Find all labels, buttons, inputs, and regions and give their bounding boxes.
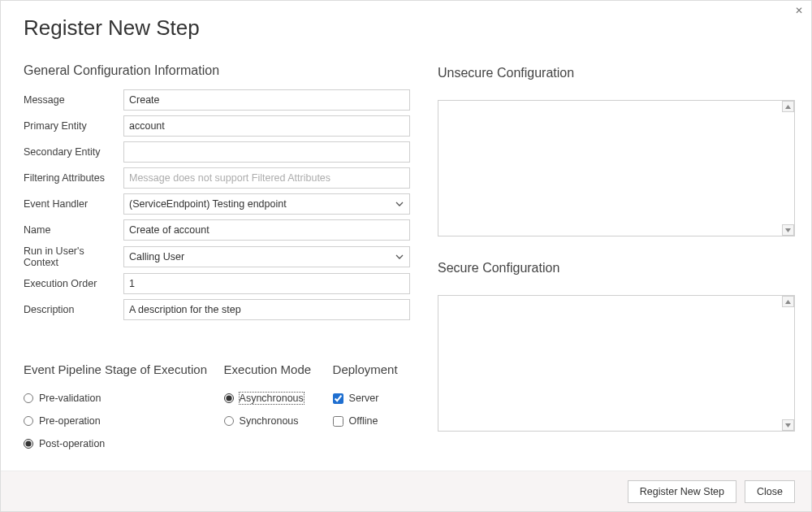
pre-validation-radio[interactable]	[24, 393, 33, 403]
primary-entity-label: Primary Entity	[24, 120, 123, 132]
pre-validation-option[interactable]: Pre-validation	[24, 393, 216, 404]
message-label: Message	[24, 94, 123, 106]
post-operation-label: Post-operation	[39, 438, 105, 449]
dialog-footer: Register New Step Close	[1, 471, 811, 511]
spinner-down-icon[interactable]	[782, 224, 794, 236]
primary-entity-input[interactable]	[123, 115, 410, 137]
secure-config-title: Secure Configuration	[438, 261, 795, 276]
execution-order-label: Execution Order	[24, 278, 123, 289]
offline-label: Offline	[349, 415, 378, 427]
post-operation-radio[interactable]	[24, 439, 33, 449]
name-label: Name	[24, 224, 123, 236]
right-column: Unsecure Configuration Secure Configurat…	[438, 15, 795, 471]
synchronous-label: Synchronous	[240, 415, 299, 427]
run-context-select[interactable]: Calling User	[123, 246, 410, 267]
description-label: Description	[24, 304, 123, 315]
event-handler-row: Event Handler (ServiceEndpoint) Testing …	[24, 193, 410, 215]
filtering-attributes-label: Filtering Attributes	[24, 172, 123, 184]
pipeline-stage-group: Event Pipeline Stage of Execution Pre-va…	[24, 362, 216, 461]
pre-operation-radio[interactable]	[24, 416, 33, 426]
pre-operation-option[interactable]: Pre-operation	[24, 415, 216, 427]
deployment-group: Deployment Server Offline	[333, 362, 410, 461]
name-row: Name	[24, 219, 410, 241]
filtering-attributes-input	[123, 167, 410, 189]
content-area: Register New Step General Configuration …	[24, 15, 795, 471]
secure-config-wrap	[438, 295, 795, 432]
unsecure-config-title: Unsecure Configuration	[438, 66, 795, 80]
filtering-attributes-row: Filtering Attributes	[24, 167, 410, 189]
register-step-window: ✕ Register New Step General Configuratio…	[0, 0, 812, 512]
unsecure-config-textarea[interactable]	[438, 101, 781, 236]
primary-entity-row: Primary Entity	[24, 115, 410, 137]
unsecure-config-wrap	[438, 100, 795, 236]
offline-option[interactable]: Offline	[333, 415, 410, 427]
spinner-up-icon[interactable]	[782, 296, 794, 307]
close-button[interactable]: Close	[745, 480, 795, 503]
pipeline-stage-title: Event Pipeline Stage of Execution	[24, 362, 216, 376]
asynchronous-radio[interactable]	[224, 393, 234, 403]
execution-order-row: Execution Order	[24, 273, 410, 294]
dialog-title: Register New Step	[24, 15, 410, 41]
execution-order-input[interactable]	[123, 273, 410, 294]
general-config-title: General Configuration Information	[24, 63, 410, 78]
secondary-entity-row: Secondary Entity	[24, 141, 410, 163]
close-icon[interactable]: ✕	[795, 6, 803, 15]
left-column: Register New Step General Configuration …	[24, 15, 410, 471]
pre-validation-label: Pre-validation	[39, 393, 101, 404]
message-row: Message	[24, 89, 410, 111]
deployment-title: Deployment	[333, 362, 410, 376]
event-handler-select[interactable]: (ServiceEndpoint) Testing endpoint	[123, 193, 410, 215]
pre-operation-label: Pre-operation	[39, 415, 101, 427]
server-label: Server	[349, 393, 379, 404]
name-input[interactable]	[123, 219, 410, 241]
secure-config-textarea[interactable]	[438, 296, 781, 431]
description-input[interactable]	[123, 299, 410, 320]
synchronous-option[interactable]: Synchronous	[224, 415, 325, 427]
asynchronous-label: Asynchronous	[240, 393, 304, 404]
spinner-up-icon[interactable]	[782, 101, 794, 112]
synchronous-radio[interactable]	[224, 416, 234, 426]
server-option[interactable]: Server	[333, 393, 410, 404]
secondary-entity-label: Secondary Entity	[24, 146, 123, 158]
post-operation-option[interactable]: Post-operation	[24, 438, 216, 449]
description-row: Description	[24, 299, 410, 320]
offline-checkbox[interactable]	[333, 416, 343, 427]
spinner-down-icon[interactable]	[782, 419, 794, 431]
asynchronous-option[interactable]: Asynchronous	[224, 393, 325, 404]
run-context-row: Run in User's Context Calling User	[24, 245, 410, 268]
event-handler-label: Event Handler	[24, 198, 123, 210]
execution-mode-group: Execution Mode Asynchronous Synchronous	[224, 362, 325, 461]
register-new-step-button[interactable]: Register New Step	[628, 480, 736, 503]
bottom-options: Event Pipeline Stage of Execution Pre-va…	[24, 362, 410, 461]
message-input[interactable]	[123, 89, 410, 111]
general-config-fields: Message Primary Entity Secondary Entity	[24, 89, 410, 320]
run-context-label: Run in User's Context	[24, 245, 123, 268]
server-checkbox[interactable]	[333, 393, 343, 404]
secondary-entity-input[interactable]	[123, 141, 410, 163]
execution-mode-title: Execution Mode	[224, 362, 325, 376]
